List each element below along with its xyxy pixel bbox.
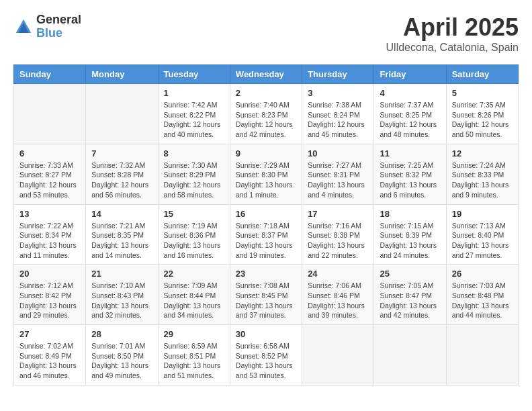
day-number: 6 (19, 148, 80, 158)
logo-general-text: General (36, 13, 81, 27)
day-number: 26 (452, 269, 513, 279)
calendar-cell-w1-d1 (86, 84, 158, 144)
col-thursday: Thursday (302, 65, 374, 84)
day-number: 14 (91, 209, 152, 219)
day-detail: Sunrise: 7:09 AMSunset: 8:44 PMDaylight:… (164, 281, 221, 319)
calendar-cell-w2-d1: 7 Sunrise: 7:32 AMSunset: 8:28 PMDayligh… (86, 144, 158, 204)
day-number: 20 (19, 269, 80, 279)
calendar-cell-w4-d3: 23 Sunrise: 7:08 AMSunset: 8:45 PMDaylig… (230, 265, 302, 325)
logo: General Blue (13, 13, 81, 40)
calendar-cell-w1-d0 (14, 84, 86, 144)
day-detail: Sunrise: 7:40 AMSunset: 8:23 PMDaylight:… (236, 101, 293, 138)
day-detail: Sunrise: 7:02 AMSunset: 8:49 PMDaylight:… (19, 342, 77, 379)
calendar-cell-w3-d3: 16 Sunrise: 7:18 AMSunset: 8:37 PMDaylig… (230, 204, 302, 265)
calendar-cell-w4-d4: 24 Sunrise: 7:06 AMSunset: 8:46 PMDaylig… (302, 265, 374, 325)
calendar-cell-w2-d2: 8 Sunrise: 7:30 AMSunset: 8:29 PMDayligh… (158, 144, 230, 204)
day-number: 16 (236, 209, 296, 219)
header: General Blue April 2025 Ulldecona, Catal… (13, 13, 519, 54)
day-number: 7 (91, 148, 152, 158)
day-number: 15 (164, 209, 224, 219)
calendar-cell-w2-d0: 6 Sunrise: 7:33 AMSunset: 8:27 PMDayligh… (14, 144, 86, 204)
week-row-4: 20 Sunrise: 7:12 AMSunset: 8:42 PMDaylig… (14, 265, 519, 325)
day-detail: Sunrise: 7:12 AMSunset: 8:42 PMDaylight:… (19, 281, 77, 319)
day-detail: Sunrise: 7:18 AMSunset: 8:37 PMDaylight:… (236, 222, 293, 259)
day-detail: Sunrise: 6:59 AMSunset: 8:51 PMDaylight:… (164, 342, 221, 379)
calendar-cell-w1-d2: 1 Sunrise: 7:42 AMSunset: 8:22 PMDayligh… (158, 84, 230, 144)
calendar-cell-w3-d4: 17 Sunrise: 7:16 AMSunset: 8:38 PMDaylig… (302, 204, 374, 265)
day-number: 9 (236, 148, 296, 158)
main-title: April 2025 (386, 13, 519, 42)
calendar-cell-w4-d2: 22 Sunrise: 7:09 AMSunset: 8:44 PMDaylig… (158, 265, 230, 325)
day-detail: Sunrise: 7:22 AMSunset: 8:34 PMDaylight:… (19, 222, 77, 259)
day-number: 18 (380, 209, 440, 219)
day-number: 30 (236, 329, 296, 339)
day-detail: Sunrise: 7:30 AMSunset: 8:29 PMDaylight:… (164, 161, 221, 199)
calendar-cell-w3-d5: 18 Sunrise: 7:15 AMSunset: 8:39 PMDaylig… (374, 204, 446, 265)
calendar-cell-w1-d3: 2 Sunrise: 7:40 AMSunset: 8:23 PMDayligh… (230, 84, 302, 144)
day-detail: Sunrise: 7:32 AMSunset: 8:28 PMDaylight:… (91, 161, 148, 199)
day-number: 1 (164, 88, 224, 98)
calendar-cell-w3-d6: 19 Sunrise: 7:13 AMSunset: 8:40 PMDaylig… (446, 204, 518, 265)
day-detail: Sunrise: 7:10 AMSunset: 8:43 PMDaylight:… (91, 281, 148, 319)
calendar-cell-w5-d3: 30 Sunrise: 6:58 AMSunset: 8:52 PMDaylig… (230, 325, 302, 385)
day-number: 8 (164, 148, 224, 158)
calendar-cell-w4-d6: 26 Sunrise: 7:03 AMSunset: 8:48 PMDaylig… (446, 265, 518, 325)
day-number: 19 (452, 209, 513, 219)
day-detail: Sunrise: 7:19 AMSunset: 8:36 PMDaylight:… (164, 222, 221, 259)
calendar-cell-w5-d4 (302, 325, 374, 385)
day-detail: Sunrise: 7:13 AMSunset: 8:40 PMDaylight:… (452, 222, 509, 259)
day-detail: Sunrise: 6:58 AMSunset: 8:52 PMDaylight:… (236, 342, 293, 379)
day-number: 2 (236, 88, 296, 98)
day-detail: Sunrise: 7:25 AMSunset: 8:32 PMDaylight:… (380, 161, 437, 199)
day-number: 29 (164, 329, 224, 339)
day-number: 10 (308, 148, 368, 158)
calendar-cell-w1-d5: 4 Sunrise: 7:37 AMSunset: 8:25 PMDayligh… (374, 84, 446, 144)
logo-text: General Blue (36, 13, 81, 40)
calendar-cell-w3-d1: 14 Sunrise: 7:21 AMSunset: 8:35 PMDaylig… (86, 204, 158, 265)
day-detail: Sunrise: 7:06 AMSunset: 8:46 PMDaylight:… (308, 281, 365, 319)
subtitle: Ulldecona, Catalonia, Spain (386, 42, 519, 54)
calendar-cell-w5-d6 (446, 325, 518, 385)
day-number: 22 (164, 269, 224, 279)
day-number: 23 (236, 269, 296, 279)
day-number: 17 (308, 209, 368, 219)
day-detail: Sunrise: 7:24 AMSunset: 8:33 PMDaylight:… (452, 161, 509, 199)
header-row: Sunday Monday Tuesday Wednesday Thursday… (14, 65, 519, 84)
week-row-1: 1 Sunrise: 7:42 AMSunset: 8:22 PMDayligh… (14, 84, 519, 144)
calendar-cell-w2-d5: 11 Sunrise: 7:25 AMSunset: 8:32 PMDaylig… (374, 144, 446, 204)
day-detail: Sunrise: 7:27 AMSunset: 8:31 PMDaylight:… (308, 161, 365, 199)
logo-icon (13, 17, 34, 37)
day-detail: Sunrise: 7:08 AMSunset: 8:45 PMDaylight:… (236, 281, 293, 319)
calendar-cell-w4-d0: 20 Sunrise: 7:12 AMSunset: 8:42 PMDaylig… (14, 265, 86, 325)
col-tuesday: Tuesday (158, 65, 230, 84)
col-saturday: Saturday (446, 65, 518, 84)
day-detail: Sunrise: 7:38 AMSunset: 8:24 PMDaylight:… (308, 101, 365, 138)
calendar-cell-w1-d6: 5 Sunrise: 7:35 AMSunset: 8:26 PMDayligh… (446, 84, 518, 144)
logo-blue-text: Blue (36, 27, 81, 40)
col-monday: Monday (86, 65, 158, 84)
day-number: 24 (308, 269, 368, 279)
calendar-cell-w5-d1: 28 Sunrise: 7:01 AMSunset: 8:50 PMDaylig… (86, 325, 158, 385)
calendar-cell-w2-d6: 12 Sunrise: 7:24 AMSunset: 8:33 PMDaylig… (446, 144, 518, 204)
week-row-2: 6 Sunrise: 7:33 AMSunset: 8:27 PMDayligh… (14, 144, 519, 204)
day-number: 27 (19, 329, 80, 339)
day-number: 25 (380, 269, 440, 279)
day-detail: Sunrise: 7:37 AMSunset: 8:25 PMDaylight:… (380, 101, 437, 138)
day-detail: Sunrise: 7:29 AMSunset: 8:30 PMDaylight:… (236, 161, 293, 199)
week-row-3: 13 Sunrise: 7:22 AMSunset: 8:34 PMDaylig… (14, 204, 519, 265)
calendar-cell-w5-d2: 29 Sunrise: 6:59 AMSunset: 8:51 PMDaylig… (158, 325, 230, 385)
day-detail: Sunrise: 7:42 AMSunset: 8:22 PMDaylight:… (164, 101, 221, 138)
day-detail: Sunrise: 7:35 AMSunset: 8:26 PMDaylight:… (452, 101, 509, 138)
col-friday: Friday (374, 65, 446, 84)
day-detail: Sunrise: 7:03 AMSunset: 8:48 PMDaylight:… (452, 281, 509, 319)
calendar-cell-w5-d0: 27 Sunrise: 7:02 AMSunset: 8:49 PMDaylig… (14, 325, 86, 385)
calendar-cell-w5-d5 (374, 325, 446, 385)
day-detail: Sunrise: 7:05 AMSunset: 8:47 PMDaylight:… (380, 281, 437, 319)
calendar-cell-w4-d1: 21 Sunrise: 7:10 AMSunset: 8:43 PMDaylig… (86, 265, 158, 325)
calendar-cell-w4-d5: 25 Sunrise: 7:05 AMSunset: 8:47 PMDaylig… (374, 265, 446, 325)
calendar-cell-w3-d2: 15 Sunrise: 7:19 AMSunset: 8:36 PMDaylig… (158, 204, 230, 265)
calendar-cell-w3-d0: 13 Sunrise: 7:22 AMSunset: 8:34 PMDaylig… (14, 204, 86, 265)
day-number: 3 (308, 88, 368, 98)
col-sunday: Sunday (14, 65, 86, 84)
day-number: 4 (380, 88, 440, 98)
